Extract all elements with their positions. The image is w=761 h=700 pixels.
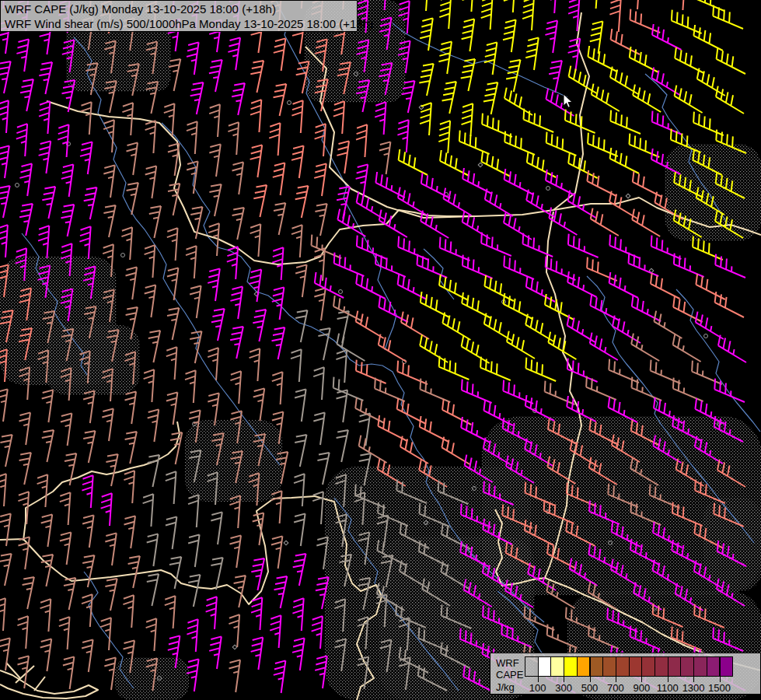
station-marker-icon xyxy=(704,334,708,338)
wind-barb xyxy=(0,435,12,467)
station-marker-icon xyxy=(16,184,19,187)
wind-barb xyxy=(17,616,28,649)
wind-barb xyxy=(147,534,159,566)
wind-barb xyxy=(38,226,49,258)
wind-barb xyxy=(420,103,431,135)
wind-barb xyxy=(170,432,182,464)
wind-barb xyxy=(293,554,306,586)
wind-barb xyxy=(397,361,428,384)
wind-barb xyxy=(0,100,9,133)
legend-tick-label: 900 xyxy=(633,682,650,694)
wind-barb xyxy=(230,535,242,568)
wind-barb xyxy=(40,639,51,671)
wind-barb xyxy=(188,575,200,607)
wind-barb xyxy=(484,42,497,75)
wind-barb xyxy=(716,86,744,114)
wind-barb xyxy=(269,123,280,156)
wind-barb xyxy=(250,348,260,381)
wind-barb xyxy=(124,471,134,503)
wind-barb xyxy=(253,310,266,341)
legend-color-box xyxy=(577,656,591,677)
wind-barb xyxy=(442,82,456,114)
wind-barb xyxy=(399,149,428,175)
legend-tick xyxy=(538,676,539,682)
wind-barb xyxy=(121,227,132,260)
wind-barb xyxy=(652,24,681,50)
wind-barb xyxy=(526,358,557,381)
river-line xyxy=(676,289,760,432)
wind-barb xyxy=(147,574,159,606)
wind-barb xyxy=(82,639,93,672)
legend-color-box xyxy=(590,656,604,677)
wind-barb xyxy=(164,103,175,136)
wind-barb xyxy=(398,274,427,299)
wind-barb xyxy=(0,554,12,586)
wind-barb xyxy=(632,296,661,321)
wind-barb xyxy=(123,595,134,628)
wind-barb xyxy=(143,494,154,527)
wind-barb xyxy=(82,515,94,548)
wind-barb xyxy=(127,183,138,215)
wind-barb xyxy=(20,79,33,111)
wind-barb xyxy=(42,390,53,422)
wind-barb xyxy=(482,114,512,137)
wind-barb xyxy=(61,413,72,446)
legend-tick-label: 500 xyxy=(581,682,599,694)
wind-barb xyxy=(315,204,326,236)
wind-barb xyxy=(166,516,177,549)
legend-label-wrf: WRF xyxy=(496,658,519,668)
wind-barb xyxy=(211,512,222,544)
wind-barb xyxy=(337,141,349,173)
wind-barb xyxy=(232,162,244,194)
wind-barb xyxy=(228,37,240,70)
wind-barb xyxy=(250,145,263,177)
wind-barb xyxy=(546,132,577,156)
wind-barb xyxy=(337,430,348,462)
weather-map-canvas[interactable] xyxy=(0,0,761,700)
wind-barb xyxy=(273,163,285,195)
wind-barb xyxy=(186,246,197,278)
wind-barb xyxy=(314,288,326,320)
wind-barb xyxy=(610,148,639,173)
wind-barb xyxy=(40,599,51,632)
wind-barb xyxy=(42,430,54,462)
wind-barb xyxy=(187,161,198,194)
wind-barb xyxy=(39,62,52,94)
map-title-overlay: WRF CAPE (J/kg) Monday 13-10-2025 18:00 … xyxy=(0,0,358,32)
wind-barb xyxy=(549,61,562,93)
stipple-texture-area xyxy=(703,498,761,591)
wind-barb xyxy=(398,236,428,260)
wind-barb xyxy=(148,331,160,362)
wind-barb xyxy=(609,359,639,383)
wind-barb xyxy=(64,578,75,610)
wind-barb xyxy=(230,286,243,319)
wind-barb xyxy=(274,203,285,235)
wind-barb xyxy=(271,536,283,569)
wind-barb xyxy=(211,309,225,341)
legend-tick-label: 300 xyxy=(555,682,572,694)
wind-barb xyxy=(714,379,745,402)
wind-barb xyxy=(549,208,577,235)
wind-barb xyxy=(82,594,93,627)
weather-map-screenshot: WRF CAPE (J/kg) Monday 13-10-2025 18:00 … xyxy=(0,0,761,700)
wind-barb xyxy=(165,596,176,628)
wind-barb xyxy=(0,186,10,218)
wind-barb xyxy=(545,20,557,53)
wind-barb xyxy=(60,532,72,565)
wind-barb xyxy=(250,224,261,257)
station-marker-icon xyxy=(626,194,630,198)
wind-barb xyxy=(295,186,309,218)
wind-barb xyxy=(610,110,641,134)
wind-barb xyxy=(694,0,724,11)
wind-barb xyxy=(654,311,682,338)
wind-barb xyxy=(19,412,31,445)
wind-barb xyxy=(187,42,199,75)
wind-barb xyxy=(504,131,535,155)
wind-barb xyxy=(230,371,241,404)
wind-barb xyxy=(167,308,179,340)
wind-barb xyxy=(632,209,660,236)
wind-barb xyxy=(103,165,115,198)
wind-barb xyxy=(19,537,30,569)
wind-barb xyxy=(295,435,306,467)
wind-barb xyxy=(82,475,93,508)
